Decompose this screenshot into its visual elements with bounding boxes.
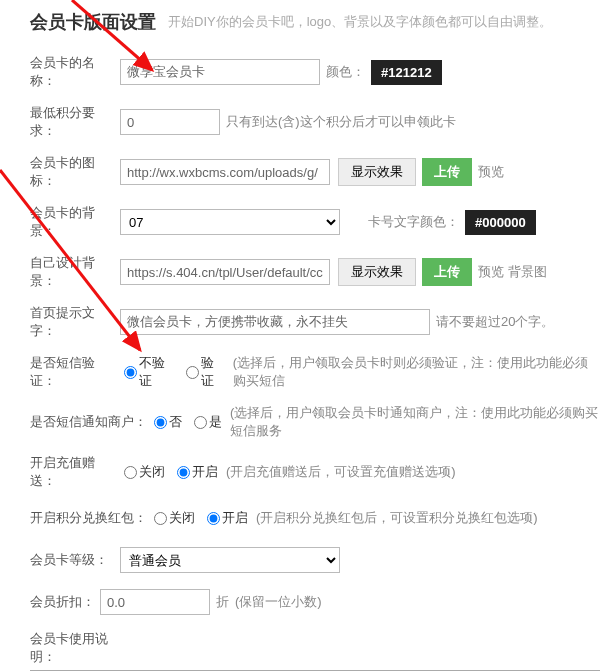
level-label: 会员卡等级： <box>30 551 120 569</box>
recharge-note: (开启充值赠送后，可设置充值赠送选项) <box>226 463 456 481</box>
icon-label: 会员卡的图标： <box>30 154 120 190</box>
card-name-input[interactable] <box>120 59 320 85</box>
custombg-label: 自己设计背景： <box>30 254 120 290</box>
redpack-on-radio[interactable] <box>207 512 220 525</box>
icon-show-button[interactable]: 显示效果 <box>338 158 416 186</box>
cardnum-color-tag[interactable]: #000000 <box>465 210 536 235</box>
recharge-label: 开启充值赠送： <box>30 454 120 490</box>
bg-select[interactable]: 07 <box>120 209 340 235</box>
redpack-off-radio[interactable] <box>154 512 167 525</box>
discount-unit: 折 <box>216 593 229 611</box>
color-label: 颜色： <box>326 63 365 81</box>
redpack-note: (开启积分兑换红包后，可设置积分兑换红包选项) <box>256 509 538 527</box>
hometext-label: 首页提示文字： <box>30 304 120 340</box>
desc-label: 会员卡使用说明： <box>30 630 120 666</box>
recharge-on-radio[interactable] <box>177 466 190 479</box>
card-name-label: 会员卡的名称： <box>30 54 120 90</box>
discount-label: 会员折扣： <box>30 593 100 611</box>
color-tag[interactable]: #121212 <box>371 60 442 85</box>
hometext-input[interactable] <box>120 309 430 335</box>
icon-upload-button[interactable]: 上传 <box>422 158 472 186</box>
smsnotify-no: 否 <box>169 413 182 431</box>
recharge-off-radio[interactable] <box>124 466 137 479</box>
icon-url-input[interactable] <box>120 159 330 185</box>
custombg-preview-link[interactable]: 预览 背景图 <box>478 263 547 281</box>
hometext-hint: 请不要超过20个字。 <box>436 313 554 331</box>
custombg-upload-button[interactable]: 上传 <box>422 258 472 286</box>
discount-hint: (保留一位小数) <box>235 593 322 611</box>
smsverify-yes-radio[interactable] <box>186 366 199 379</box>
smsverify-label: 是否短信验证： <box>30 354 120 390</box>
smsnotify-yes-radio[interactable] <box>194 416 207 429</box>
redpack-label: 开启积分兑换红包： <box>30 509 150 527</box>
redpack-off: 关闭 <box>169 509 195 527</box>
smsnotify-yes: 是 <box>209 413 222 431</box>
smsnotify-note: (选择后，用户领取会员卡时通知商户，注：使用此功能必须购买短信服务 <box>230 404 600 440</box>
bg-label: 会员卡的背景： <box>30 204 120 240</box>
minpoints-input[interactable] <box>120 109 220 135</box>
recharge-on: 开启 <box>192 463 218 481</box>
smsverify-no: 不验证 <box>139 354 174 390</box>
page-title: 会员卡版面设置 <box>30 10 156 34</box>
smsverify-note: (选择后，用户领取会员卡时则必须验证，注：使用此功能必须购买短信 <box>233 354 600 390</box>
page-subtitle: 开始DIY你的会员卡吧，logo、背景以及字体颜色都可以自由调整。 <box>168 13 552 31</box>
recharge-off: 关闭 <box>139 463 165 481</box>
custombg-input[interactable] <box>120 259 330 285</box>
cardnum-color-label: 卡号文字颜色： <box>368 213 459 231</box>
smsverify-no-radio[interactable] <box>124 366 137 379</box>
minpoints-hint: 只有到达(含)这个积分后才可以申领此卡 <box>226 113 456 131</box>
custombg-show-button[interactable]: 显示效果 <box>338 258 416 286</box>
redpack-on: 开启 <box>222 509 248 527</box>
minpoints-label: 最低积分要求： <box>30 104 120 140</box>
discount-input[interactable] <box>100 589 210 615</box>
smsnotify-no-radio[interactable] <box>154 416 167 429</box>
smsverify-yes: 验证 <box>201 354 224 390</box>
level-select[interactable]: 普通会员 <box>120 547 340 573</box>
page-header: 会员卡版面设置 开始DIY你的会员卡吧，logo、背景以及字体颜色都可以自由调整… <box>30 10 600 34</box>
smsnotify-label: 是否短信通知商户： <box>30 413 150 431</box>
icon-preview-link[interactable]: 预览 <box>478 163 504 181</box>
